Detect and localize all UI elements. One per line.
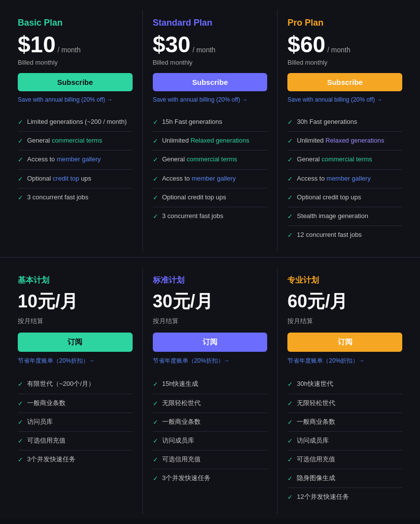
pro-cn-feature-3: ✓一般商业条数 bbox=[287, 413, 402, 432]
check-icon: ✓ bbox=[18, 380, 23, 389]
basic-cn-feature-1: ✓有限世代（~200个/月） bbox=[18, 375, 133, 394]
basic-plan-col: Basic Plan $10 / month Billed monthly Su… bbox=[8, 10, 143, 252]
standard-subscribe-button[interactable]: Subscribe bbox=[153, 73, 268, 91]
basic-price-amount: $10 bbox=[18, 33, 56, 56]
check-icon: ✓ bbox=[153, 193, 158, 202]
check-icon: ✓ bbox=[153, 437, 158, 446]
check-icon: ✓ bbox=[153, 175, 158, 184]
check-icon: ✓ bbox=[18, 193, 23, 202]
basic-cn-annual-save[interactable]: 节省年度账单（20%折扣）→ bbox=[18, 357, 133, 365]
standard-cn-feature-5: ✓可选信用充值 bbox=[153, 450, 268, 469]
check-icon: ✓ bbox=[153, 455, 158, 464]
standard-cn-price: 30元/月 bbox=[153, 290, 268, 314]
pro-price-amount: $60 bbox=[287, 33, 325, 56]
check-icon: ✓ bbox=[287, 193, 293, 202]
pro-feature-7: ✓12 concurrent fast jobs bbox=[287, 226, 402, 244]
basic-cn-billed: 按月结算 bbox=[18, 317, 133, 326]
basic-feature-5: ✓3 concurrent fast jobs bbox=[18, 188, 133, 207]
check-icon: ✓ bbox=[18, 399, 23, 408]
pro-cn-subscribe-button[interactable]: 订阅 bbox=[287, 333, 402, 352]
check-icon: ✓ bbox=[153, 474, 158, 483]
standard-price-amount: $30 bbox=[153, 33, 191, 56]
page-wrapper: Basic Plan $10 / month Billed monthly Su… bbox=[0, 0, 420, 524]
basic-price-row: $10 / month bbox=[18, 33, 133, 56]
basic-cn-subscribe-button[interactable]: 订阅 bbox=[18, 333, 133, 352]
standard-feature-5: ✓Optional credit top ups bbox=[153, 188, 268, 207]
check-icon: ✓ bbox=[287, 493, 293, 502]
basic-plan-title: Basic Plan bbox=[18, 18, 133, 28]
pro-price-period: / month bbox=[327, 46, 350, 54]
basic-cn-feature-4: ✓可选信用充值 bbox=[18, 432, 133, 450]
standard-cn-title: 标准计划 bbox=[153, 275, 268, 286]
basic-cn-feature-5: ✓3个并发快速任务 bbox=[18, 450, 133, 469]
pro-subscribe-button[interactable]: Subscribe bbox=[287, 73, 402, 91]
check-icon: ✓ bbox=[287, 437, 293, 446]
pro-feature-5: ✓Optional credit top ups bbox=[287, 188, 402, 207]
check-icon: ✓ bbox=[153, 212, 158, 221]
basic-cn-feature-3: ✓访问员库 bbox=[18, 413, 133, 432]
check-icon: ✓ bbox=[18, 455, 23, 464]
standard-price-period: / month bbox=[192, 46, 215, 54]
pro-cn-features-list: ✓30h快速世代 ✓无限轻松世代 ✓一般商业条数 ✓访问成员库 ✓可选信用充值 … bbox=[287, 375, 402, 506]
pro-feature-4: ✓Access to member gallery bbox=[287, 170, 402, 188]
check-icon: ✓ bbox=[287, 231, 293, 240]
standard-feature-4: ✓Access to member gallery bbox=[153, 170, 268, 188]
standard-cn-subscribe-button[interactable]: 订阅 bbox=[153, 333, 268, 352]
pro-feature-6: ✓Stealth image generation bbox=[287, 207, 402, 226]
pro-price-row: $60 / month bbox=[287, 33, 402, 56]
check-icon: ✓ bbox=[18, 137, 23, 146]
basic-cn-feature-2: ✓一般商业条数 bbox=[18, 394, 133, 413]
basic-cn-price: 10元/月 bbox=[18, 290, 133, 314]
check-icon: ✓ bbox=[153, 155, 158, 164]
standard-cn-feature-1: ✓15h快速生成 bbox=[153, 375, 268, 394]
bottom-section: 基本计划 10元/月 按月结算 订阅 节省年度账单（20%折扣）→ ✓有限世代（… bbox=[0, 258, 420, 519]
basic-cn-col: 基本计划 10元/月 按月结算 订阅 节省年度账单（20%折扣）→ ✓有限世代（… bbox=[8, 267, 143, 514]
pro-annual-save[interactable]: Save with annual billing (20% off) → bbox=[287, 96, 402, 103]
watermark: 公众号：设计达人 整理分享 WWW.SHEJIDAREN.COM bbox=[0, 520, 420, 524]
pro-billed-text: Billed monthly bbox=[287, 59, 402, 66]
check-icon: ✓ bbox=[287, 155, 293, 164]
pro-cn-feature-2: ✓无限轻松世代 bbox=[287, 394, 402, 413]
pro-plan-col: Pro Plan $60 / month Billed monthly Subs… bbox=[278, 10, 412, 252]
pro-plan-title: Pro Plan bbox=[287, 18, 402, 28]
pro-feature-2: ✓Unlimited Relaxed generations bbox=[287, 132, 402, 150]
check-icon: ✓ bbox=[153, 418, 158, 427]
check-icon: ✓ bbox=[287, 212, 293, 221]
check-icon: ✓ bbox=[18, 155, 23, 164]
check-icon: ✓ bbox=[18, 437, 23, 446]
basic-feature-1: ✓Limited generations (~200 / month) bbox=[18, 113, 133, 132]
standard-cn-billed: 按月结算 bbox=[153, 317, 268, 326]
pro-cn-feature-6: ✓隐身图像生成 bbox=[287, 469, 402, 488]
standard-annual-save[interactable]: Save with annual billing (20% off) → bbox=[153, 96, 268, 103]
pro-features-list: ✓30h Fast generations ✓Unlimited Relaxed… bbox=[287, 113, 402, 244]
basic-feature-2: ✓General commercial terms bbox=[18, 132, 133, 150]
basic-billed-text: Billed monthly bbox=[18, 59, 133, 66]
pro-cn-title: 专业计划 bbox=[287, 275, 402, 286]
basic-subscribe-button[interactable]: Subscribe bbox=[18, 73, 133, 91]
check-icon: ✓ bbox=[287, 418, 293, 427]
check-icon: ✓ bbox=[287, 474, 293, 483]
basic-feature-4: ✓Optional credit top ups bbox=[18, 170, 133, 188]
standard-cn-feature-4: ✓访问成员库 bbox=[153, 432, 268, 450]
standard-plan-col: Standard Plan $30 / month Billed monthly… bbox=[143, 10, 278, 252]
check-icon: ✓ bbox=[153, 399, 158, 408]
check-icon: ✓ bbox=[287, 137, 293, 146]
check-icon: ✓ bbox=[153, 137, 158, 146]
standard-feature-2: ✓Unlimited Relaxed generations bbox=[153, 132, 268, 150]
basic-cn-title: 基本计划 bbox=[18, 275, 133, 286]
check-icon: ✓ bbox=[18, 418, 23, 427]
pro-cn-annual-save[interactable]: 节省年度账单（20%折扣）→ bbox=[287, 357, 402, 365]
standard-plan-title: Standard Plan bbox=[153, 18, 268, 28]
standard-feature-3: ✓General commercial terms bbox=[153, 150, 268, 169]
standard-feature-1: ✓15h Fast generations bbox=[153, 113, 268, 132]
standard-cn-annual-save[interactable]: 节省年度账单（20%折扣）→ bbox=[153, 357, 268, 365]
pro-cn-price: 60元/月 bbox=[287, 290, 402, 314]
check-icon: ✓ bbox=[287, 118, 293, 127]
pro-feature-3: ✓General commercial terms bbox=[287, 150, 402, 169]
check-icon: ✓ bbox=[287, 380, 293, 389]
check-icon: ✓ bbox=[18, 118, 23, 127]
standard-billed-text: Billed monthly bbox=[153, 59, 268, 66]
basic-feature-3: ✓Access to member gallery bbox=[18, 150, 133, 169]
basic-annual-save[interactable]: Save with annual billing (20% off) → bbox=[18, 96, 133, 103]
standard-cn-features-list: ✓15h快速生成 ✓无限轻松世代 ✓一般商业条数 ✓访问成员库 ✓可选信用充值 … bbox=[153, 375, 268, 487]
